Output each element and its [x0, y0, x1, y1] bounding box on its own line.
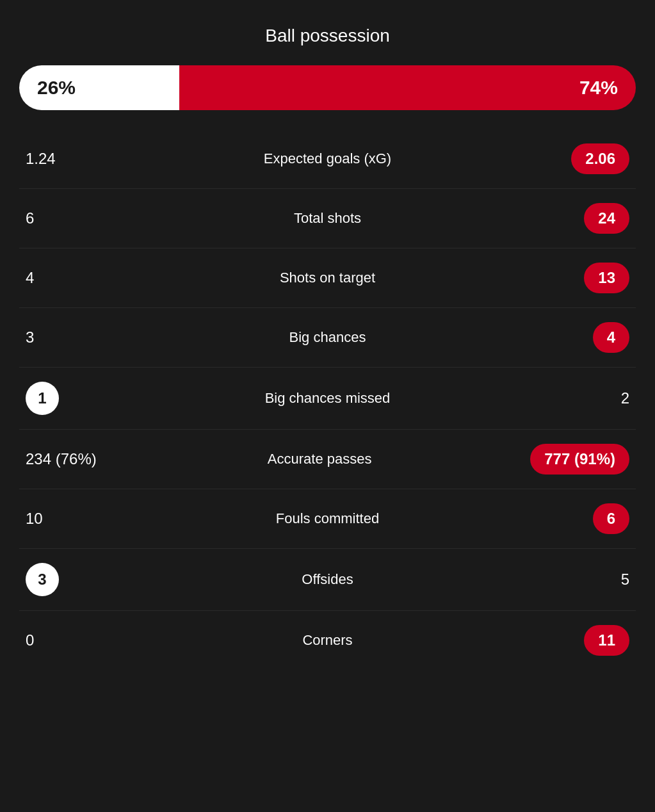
stat-row: 0Corners11	[19, 611, 636, 670]
stat-row: 3Offsides5	[19, 549, 636, 611]
stat-row: 234 (76%)Accurate passes777 (91%)	[19, 430, 636, 489]
stat-value-right: 24	[546, 203, 629, 234]
page-title: Ball possession	[265, 26, 390, 46]
stat-value-left: 234 (76%)	[26, 450, 109, 468]
stat-value-right: 777 (91%)	[530, 444, 629, 475]
right-badge-red: 4	[593, 322, 629, 353]
stat-value-left: 10	[26, 510, 109, 528]
stat-label: Accurate passes	[109, 451, 530, 467]
right-badge-red: 11	[584, 625, 629, 656]
possession-left-bar: 26%	[19, 65, 179, 110]
stat-value-right: 4	[546, 322, 629, 353]
stat-label: Corners	[109, 632, 546, 649]
left-badge-white: 3	[26, 563, 59, 596]
right-badge-red: 13	[584, 263, 629, 293]
left-badge-white: 1	[26, 382, 59, 415]
right-plain-value: 2	[621, 389, 629, 407]
possession-bar: 26% 74%	[19, 65, 636, 110]
stat-value-left: 6	[26, 209, 109, 227]
stat-label: Expected goals (xG)	[109, 150, 546, 167]
possession-right-bar: 74%	[179, 65, 636, 110]
stat-value-left: 4	[26, 269, 109, 287]
stat-value-right: 13	[546, 263, 629, 293]
stat-value-right: 6	[546, 503, 629, 534]
stat-value-left: 0	[26, 631, 109, 649]
stat-value-right: 11	[546, 625, 629, 656]
stat-label: Shots on target	[109, 270, 546, 286]
stat-value-right: 2.06	[546, 143, 629, 174]
stat-row: 1Big chances missed2	[19, 368, 636, 430]
right-badge-red: 777 (91%)	[530, 444, 629, 475]
stat-row: 3Big chances4	[19, 308, 636, 368]
stats-container: 1.24Expected goals (xG)2.066Total shots2…	[19, 129, 636, 670]
stat-value-left: 1.24	[26, 150, 109, 168]
stat-label: Big chances missed	[109, 390, 546, 407]
right-plain-value: 5	[621, 571, 629, 589]
stat-label: Offsides	[109, 571, 546, 588]
stat-value-right: 2	[546, 389, 629, 407]
stat-label: Total shots	[109, 210, 546, 227]
stat-value-left: 1	[26, 382, 109, 415]
stat-row: 6Total shots24	[19, 189, 636, 248]
stat-row: 10Fouls committed6	[19, 489, 636, 549]
stat-row: 4Shots on target13	[19, 248, 636, 308]
stat-value-left: 3	[26, 329, 109, 346]
stat-label: Big chances	[109, 329, 546, 346]
stat-label: Fouls committed	[109, 510, 546, 527]
stat-value-left: 3	[26, 563, 109, 596]
right-badge-red: 6	[593, 503, 629, 534]
right-badge-red: 2.06	[571, 143, 629, 174]
right-badge-red: 24	[584, 203, 629, 234]
stat-row: 1.24Expected goals (xG)2.06	[19, 129, 636, 189]
stat-value-right: 5	[546, 571, 629, 589]
